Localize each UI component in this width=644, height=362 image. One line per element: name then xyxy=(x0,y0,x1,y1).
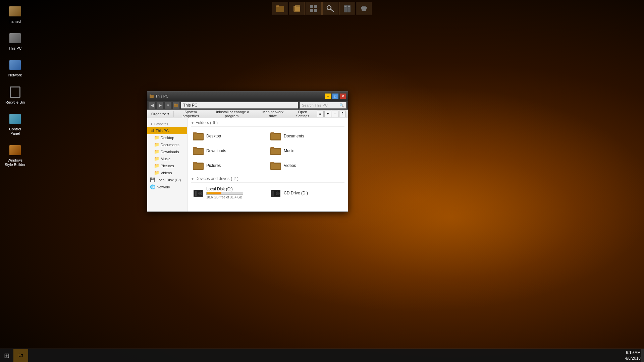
up-button[interactable]: ▾ xyxy=(165,102,171,109)
taskbar-explorer-button[interactable]: 🗂 xyxy=(13,349,28,362)
sidebar-item-this-pc[interactable]: 🖥 This PC xyxy=(147,127,187,134)
desktop-icon-area: hamed This PC Network Recycle Bin Contro… xyxy=(3,3,27,169)
svg-rect-21 xyxy=(174,104,178,107)
view-minimize-button[interactable]: ─ xyxy=(332,111,338,117)
system-properties-button[interactable]: System properties xyxy=(176,109,206,119)
minimize-button[interactable]: ─ xyxy=(325,94,331,99)
top-toolbar-btn-recycle[interactable] xyxy=(356,2,372,15)
sidebar-item-music[interactable]: 📁 Music xyxy=(147,155,187,162)
top-toolbar-btn-folder2[interactable] xyxy=(289,2,305,15)
sidebar-item-downloads[interactable]: 📁 Downloads xyxy=(147,148,187,155)
cd-drive-name: CD Drive (D:) xyxy=(284,191,308,195)
folder-item-music[interactable]: Music xyxy=(268,144,344,158)
folder-item-videos[interactable]: Videos xyxy=(268,159,344,172)
top-toolbar-btn-grid[interactable] xyxy=(306,2,322,15)
taskbar: ⊞ 🗂 6:19 AM 4/8/2018 xyxy=(0,349,644,362)
svg-rect-20 xyxy=(150,95,151,96)
svg-rect-28 xyxy=(271,134,280,139)
folder-item-downloads[interactable]: Downloads xyxy=(191,144,267,158)
documents-sidebar-label: Documents xyxy=(161,143,179,147)
close-button[interactable]: ✕ xyxy=(340,94,346,99)
drive-item-cd-drive[interactable]: CD Drive (D:) xyxy=(268,185,344,200)
sidebar-item-videos[interactable]: 📁 Videos xyxy=(147,169,187,176)
sidebar-item-pictures[interactable]: 📁 Pictures xyxy=(147,162,187,169)
local-disk-bar-container xyxy=(206,192,243,195)
folder-item-pictures[interactable]: Pictures xyxy=(191,159,267,172)
folder-item-documents[interactable]: Documents xyxy=(268,129,344,143)
videos-folder-icon xyxy=(270,160,281,171)
hamed-label: hamed xyxy=(9,19,21,24)
view-arrow-button[interactable]: ▾ xyxy=(324,111,331,117)
folders-chevron-icon[interactable]: ▼ xyxy=(191,121,194,125)
local-disk-sidebar-icon: 💾 xyxy=(150,177,155,182)
view-help-button[interactable]: ? xyxy=(339,111,346,117)
top-toolbar-btn-book[interactable] xyxy=(339,2,355,15)
this-pc-icon xyxy=(8,32,22,45)
documents-folder-label: Documents xyxy=(284,134,304,138)
toolbar-separator-1 xyxy=(173,111,174,117)
uninstall-label: Uninstall or change a program xyxy=(210,110,254,118)
explorer-window: This PC ─ □ ✕ ◀ ▶ ▾ This PC Search This … xyxy=(147,91,348,212)
maximize-button[interactable]: □ xyxy=(332,94,338,99)
sidebar-item-local-disk[interactable]: 💾 Local Disk (C:) xyxy=(147,176,187,183)
svg-rect-30 xyxy=(193,147,197,149)
desktop-icon-windows-style-builder[interactable]: Windows Style Builder xyxy=(3,142,27,168)
title-bar-icon xyxy=(149,94,154,99)
svg-rect-33 xyxy=(270,147,274,149)
desktop-sidebar-icon: 📁 xyxy=(154,135,159,140)
organize-button[interactable]: Organize ▾ xyxy=(149,111,171,117)
sidebar-item-documents[interactable]: 📁 Documents xyxy=(147,141,187,148)
svg-rect-31 xyxy=(194,149,203,154)
folder-item-desktop[interactable]: Desktop xyxy=(191,129,267,143)
svg-point-50 xyxy=(277,193,278,194)
network-label: Network xyxy=(8,73,22,77)
folder-icon-btn[interactable] xyxy=(173,102,179,109)
svg-rect-24 xyxy=(193,132,197,134)
desktop-folder-label: Desktop xyxy=(206,134,221,138)
open-settings-button[interactable]: Open Settings xyxy=(290,109,315,119)
local-disk-icon xyxy=(193,188,204,198)
control-panel-label: Control Panel xyxy=(5,127,25,136)
view-details-button[interactable]: ≡ xyxy=(317,111,324,117)
hamed-folder-icon xyxy=(8,5,22,18)
svg-rect-39 xyxy=(270,162,274,164)
svg-rect-5 xyxy=(310,5,313,8)
folders-section-header: ▼ Folders (6) xyxy=(191,120,344,127)
svg-rect-8 xyxy=(314,9,317,12)
folders-close-paren: ) xyxy=(216,120,218,125)
desktop-icon-network[interactable]: Network xyxy=(3,57,27,79)
svg-rect-1 xyxy=(276,5,279,7)
start-button[interactable]: ⊞ xyxy=(0,349,13,362)
search-box[interactable]: Search This PC 🔍 xyxy=(300,102,346,109)
videos-sidebar-label: Videos xyxy=(161,171,172,175)
sidebar-item-network[interactable]: 🌐 Network xyxy=(147,183,187,190)
control-panel-icon xyxy=(8,112,22,126)
desktop-icon-control-panel[interactable]: Control Panel xyxy=(3,111,27,137)
sidebar-item-desktop[interactable]: 📁 Desktop xyxy=(147,134,187,141)
drive-item-local-disk[interactable]: Local Disk (C:) 18.6 GB free of 31.4 GB xyxy=(191,185,267,200)
taskbar-date: 4/8/2018 xyxy=(625,356,641,361)
drives-count-close: ) xyxy=(237,176,238,181)
drives-chevron-icon[interactable]: ▼ xyxy=(191,177,194,181)
forward-button[interactable]: ▶ xyxy=(157,102,163,109)
svg-rect-40 xyxy=(271,164,280,169)
cd-drive-icon xyxy=(270,188,281,198)
top-toolbar-btn-folder1[interactable] xyxy=(272,2,288,15)
back-button[interactable]: ◀ xyxy=(149,102,155,109)
show-desktop-button[interactable] xyxy=(641,349,644,362)
desktop-icon-hamed[interactable]: hamed xyxy=(3,3,27,25)
desktop-icon-this-pc[interactable]: This PC xyxy=(3,30,27,52)
window-title: This PC xyxy=(155,94,168,98)
map-network-button[interactable]: Map network drive xyxy=(258,109,288,119)
uninstall-button[interactable]: Uninstall or change a program xyxy=(208,109,256,119)
desktop-icon-recycle-bin[interactable]: Recycle Bin xyxy=(3,84,27,106)
address-path[interactable]: This PC xyxy=(181,102,298,109)
this-pc-label: This PC xyxy=(8,46,21,51)
taskbar-clock: 6:19 AM 4/8/2018 xyxy=(625,350,641,361)
top-toolbar-btn-key[interactable] xyxy=(322,2,338,15)
view-icons: ≡ ▾ ─ ? xyxy=(317,111,346,117)
windows-style-builder-icon xyxy=(8,143,22,157)
network-icon xyxy=(8,58,22,72)
svg-rect-6 xyxy=(314,5,317,8)
pictures-sidebar-icon: 📁 xyxy=(154,163,159,168)
